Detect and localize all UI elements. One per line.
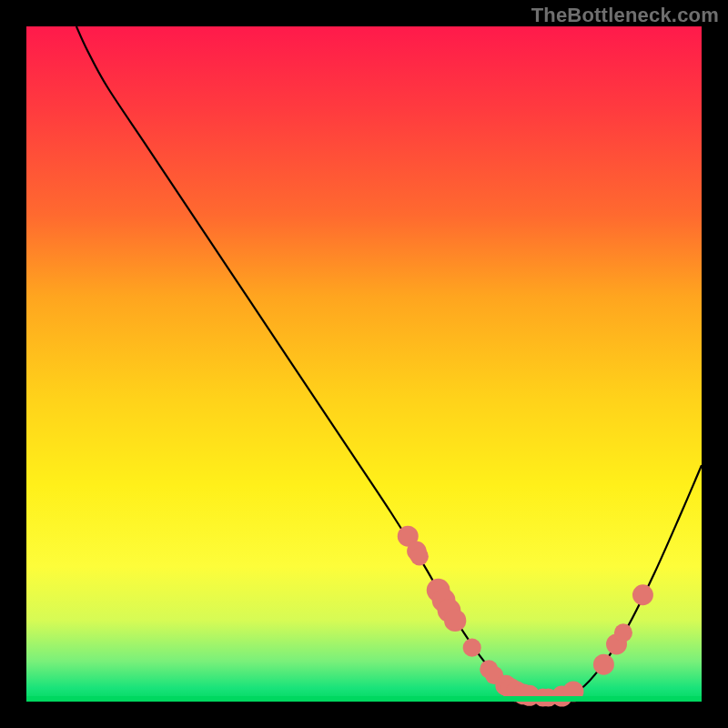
chart-stage: TheBottleneck.com — [0, 0, 728, 728]
data-marker — [593, 654, 614, 675]
data-marker — [410, 547, 429, 565]
green-baseline — [26, 696, 702, 702]
data-marker — [614, 623, 632, 642]
data-marker — [444, 610, 466, 632]
data-marker — [632, 584, 653, 605]
markers-group — [398, 526, 653, 707]
bottleneck-curve — [76, 26, 702, 699]
plot-area — [26, 26, 702, 702]
curve-svg — [26, 26, 702, 702]
data-marker — [463, 639, 481, 657]
watermark-text: TheBottleneck.com — [531, 4, 719, 27]
